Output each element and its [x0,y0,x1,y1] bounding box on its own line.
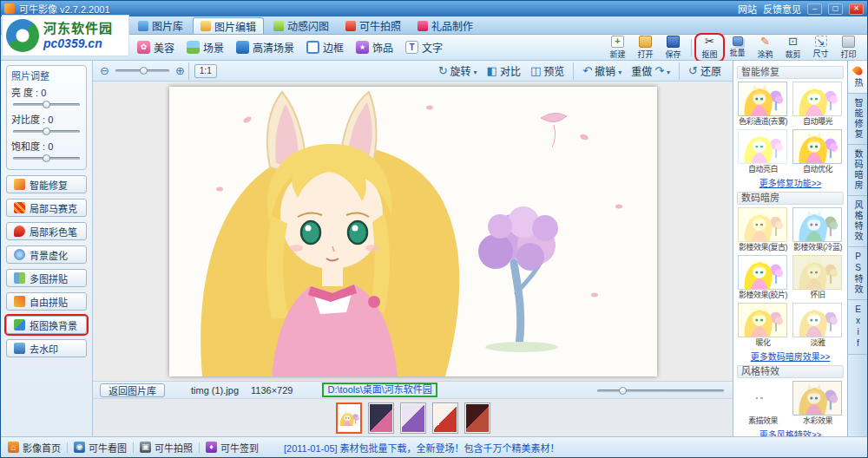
effect-item[interactable]: 水彩效果 [792,381,844,426]
edit-icon [201,21,211,31]
smart-fix-button[interactable]: 智能修复 [6,175,87,193]
side-tab-exif[interactable]: Exif [848,300,867,355]
accessory-button[interactable]: 饰品 [350,37,399,57]
cutout-change-background-button[interactable]: 抠图换背景 [6,316,87,334]
local-mosaic-button[interactable]: 局部马赛克 [6,199,87,217]
zoom-out-icon[interactable] [100,65,109,76]
zoom-ratio-button[interactable]: 1:1 [194,64,217,78]
slider-thumb[interactable] [43,128,50,135]
filmstrip-thumbnail[interactable] [400,402,426,434]
tab-photo-library[interactable]: 图片库 [131,17,190,34]
more-style-fx-link[interactable]: 更多风格特效>> [736,428,845,436]
filmstrip-thumbnail[interactable] [368,402,394,434]
maximize-button[interactable] [828,3,843,15]
batch-button[interactable]: 批量 [724,36,751,59]
effects-grid: 色彩通道(去雾) 自动曝光 自动亮白 自动优化 [736,82,845,174]
more-smart-fix-link[interactable]: 更多修复功能>> [736,176,845,189]
brightness-slider[interactable] [11,100,82,109]
new-button[interactable]: 新建 [604,35,631,61]
website-link[interactable]: 网站 [738,2,757,16]
frame-button[interactable]: 边框 [300,37,350,57]
beauty-button[interactable]: 美容 [131,37,181,57]
folder-path-link[interactable]: D:\tools\桌面\河东软件园 [322,383,437,397]
remove-watermark-button[interactable]: 去水印 [6,339,87,357]
effect-item[interactable]: 影楼效果(冷蓝) [792,207,844,252]
rotate-button[interactable]: 旋转 [434,62,482,80]
effect-item[interactable]: 暖化 [738,303,789,348]
minimize-button[interactable] [807,3,822,15]
effect-item[interactable]: 素描效果 [738,381,789,426]
side-tab-hot[interactable]: 热 [848,61,867,94]
button-label: 裁剪 [785,49,800,60]
contrast-slider[interactable] [11,127,82,136]
effect-item[interactable]: 影楼效果(胶片) [738,255,789,300]
button-label: 重做 [631,63,652,78]
print-button[interactable]: 打印 [835,35,862,61]
background-blur-button[interactable]: 背景虚化 [6,245,87,264]
effect-thumbnail [738,207,787,242]
undo-button[interactable]: 撤销 [578,62,626,80]
effect-item[interactable]: 影楼效果(复古) [738,207,789,252]
more-darkroom-link[interactable]: 更多数码暗房效果>> [736,350,845,363]
filmstrip-thumbnail-selected[interactable] [336,402,362,434]
scene-button[interactable]: 场景 [181,37,230,57]
site-watermark: 河东软件园 pc0359.cn [2,15,129,56]
text-button[interactable]: 文字 [399,37,449,57]
compare-button[interactable]: 对比 [483,62,525,80]
doodle-button[interactable]: 涂鸦 [752,35,779,61]
check-in-link[interactable]: 可牛签到 [206,441,259,455]
image-viewer-link[interactable]: 可牛看图 [74,441,127,455]
zoom-in-icon[interactable] [175,65,185,76]
resize-button[interactable]: 尺寸 [807,35,834,60]
status-link-label: 可牛拍照 [155,441,193,455]
side-tab-style-fx[interactable]: 风格特效 [848,196,867,247]
slider-thumb[interactable] [43,154,50,162]
save-button[interactable]: 保存 [660,35,687,61]
local-color-pen-button[interactable]: 局部彩色笔 [6,222,87,240]
button-label: 抠图换背景 [30,318,77,332]
flash-icon [273,21,284,31]
chevron-down-icon[interactable] [618,65,621,77]
free-collage-button[interactable]: 自由拼贴 [6,292,87,311]
side-tab-ps-fx[interactable]: PS特效 [848,247,867,300]
close-button[interactable] [849,3,864,15]
multi-collage-button[interactable]: 多图拼贴 [6,269,87,287]
effect-item[interactable]: 怀旧 [792,255,844,300]
open-button[interactable]: 打开 [632,35,659,61]
chevron-down-icon[interactable] [667,65,670,77]
promo-notice-text[interactable]: [2011-01-05] 素材包批量下载，全新登场！包含千万个精美素材！ [284,441,560,455]
filmstrip-thumbnail[interactable] [432,402,458,434]
filmstrip-thumbnail[interactable] [464,402,490,434]
effect-item[interactable]: 自动优化 [792,129,844,174]
cutout-button[interactable]: 抠图 [696,35,723,61]
tab-gift-making[interactable]: 礼品制作 [411,17,480,34]
back-to-library-button[interactable]: 返回图片库 [100,383,165,397]
saturation-slider[interactable] [11,154,82,163]
hd-scene-button[interactable]: 高清场景 [230,37,300,57]
effect-item[interactable]: 淡雅 [792,303,844,348]
button-label: 旋转 [450,63,471,78]
crop-button[interactable]: 裁剪 [779,35,806,61]
tab-flash-gif[interactable]: 动感闪图 [266,17,336,34]
chevron-down-icon[interactable] [474,65,477,77]
slider-thumb[interactable] [140,67,148,75]
home-page-link[interactable]: 影像首页 [8,441,61,455]
side-tab-darkroom[interactable]: 数码暗房 [848,145,867,196]
effect-item[interactable]: 自动亮白 [738,129,789,174]
slider-track[interactable] [597,389,724,392]
effect-thumbnail [792,82,842,116]
zoom-slider[interactable] [114,66,171,75]
slider-thumb[interactable] [43,101,50,108]
feedback-link[interactable]: 反馈意见 [763,2,801,16]
tab-photo-edit[interactable]: 图片编辑 [193,17,264,34]
effect-item[interactable]: 色彩通道(去雾) [738,82,789,127]
preview-button[interactable]: 预览 [526,62,569,80]
slider-thumb[interactable] [619,387,627,395]
side-tab-smart-fix[interactable]: 智能修复 [848,94,867,145]
effect-item[interactable]: 自动曝光 [792,82,844,127]
redo-button[interactable]: 重做 [627,62,674,80]
tab-camera[interactable]: 可牛拍照 [339,17,408,34]
filmstrip-scrollbar[interactable] [595,386,726,396]
camera-app-link[interactable]: 可牛拍照 [140,441,193,455]
restore-button[interactable]: 还原 [684,62,726,80]
